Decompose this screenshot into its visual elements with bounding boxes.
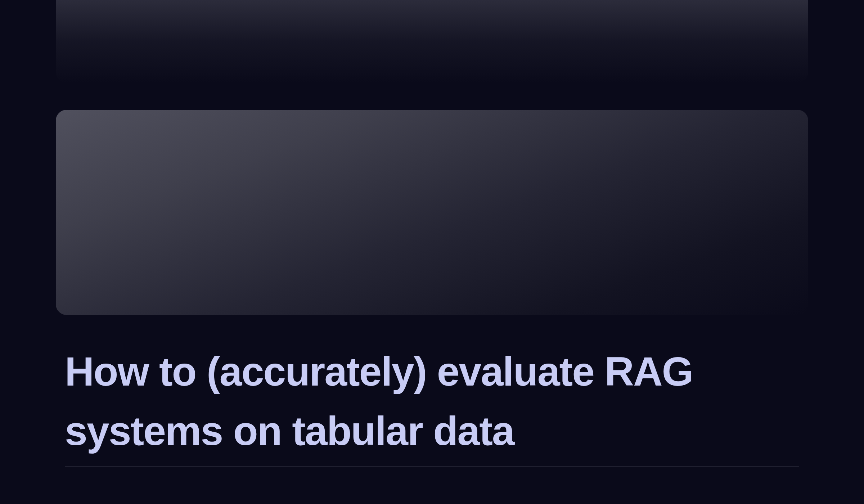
divider bbox=[65, 466, 799, 467]
hero-card-main bbox=[56, 110, 808, 315]
hero-card-top bbox=[56, 0, 808, 83]
article-title: How to (accurately) evaluate RAG systems… bbox=[65, 342, 799, 461]
